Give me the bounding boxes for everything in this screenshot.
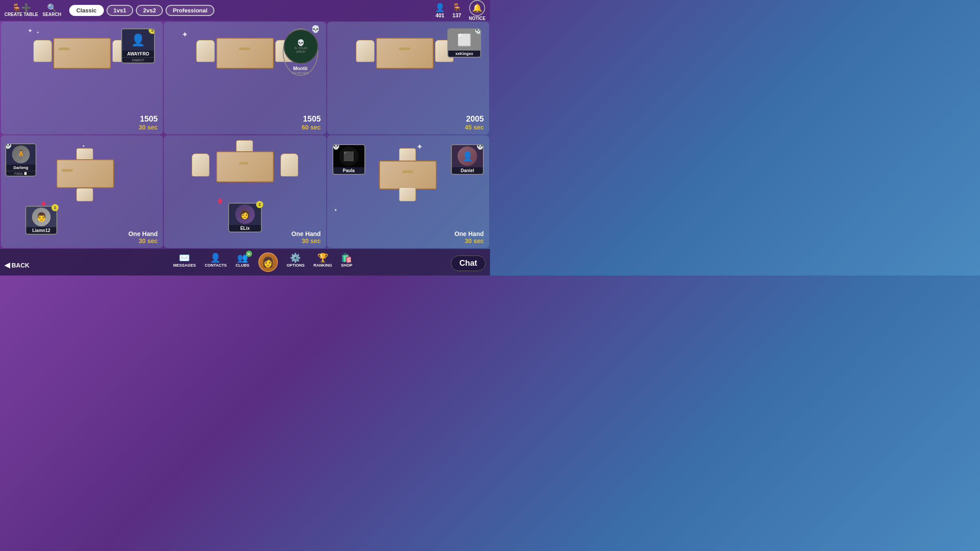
nav-avatar-center[interactable]: 👩	[258, 252, 278, 272]
player-badge-elix: 2 👩 ELix	[228, 203, 262, 232]
xxkingxx-name: xxKingxx	[448, 51, 480, 57]
nav-ranking[interactable]: 🏆 RANKING	[313, 252, 332, 272]
search-button[interactable]: 🔍 SEARCH	[43, 4, 61, 17]
montii-circle: 💀 IN YOURAREA!	[284, 29, 318, 64]
score-display-4: One Hand 30 sec	[128, 230, 158, 244]
header-right: 👤 401 🪑 137 🔔 NOTICE	[435, 0, 486, 21]
score-display-2: 1505 60 sec	[302, 114, 321, 131]
skull-icon-3: 💀	[474, 28, 481, 34]
mode-professional[interactable]: Professional	[166, 5, 214, 16]
game-card-5[interactable]: ♦ 2 👩 ELix One Hand 30 sec	[164, 135, 326, 248]
nav-options[interactable]: ⚙️ OPTIONS	[287, 252, 305, 272]
sparkle-6: ✦	[82, 144, 85, 148]
card-chip-3	[399, 47, 410, 50]
nav-items: ✉️ MESSAGES 👤 CONTACTS 👥 N CLUBS 👩 ⚙️ OP…	[173, 252, 352, 272]
darleng-name: Darleng	[6, 165, 36, 171]
search-icon: 🔍	[47, 4, 57, 12]
sparkle-3: ✦	[182, 30, 188, 39]
mode-2vs2[interactable]: 2vs2	[136, 5, 163, 16]
score-display-5: One Hand 30 sec	[292, 230, 321, 244]
mode-1vs1[interactable]: 1vs1	[107, 5, 134, 16]
table-scene-2	[196, 31, 294, 80]
card-chip-2	[239, 47, 250, 50]
player-badge-liamn12: 1 👨 Liamn12	[25, 206, 57, 235]
back-button[interactable]: ◀ BACK	[4, 261, 29, 269]
skull-icon-2: 💀	[311, 25, 320, 33]
chair-right-5	[281, 153, 298, 177]
liamn-num-badge: 1	[51, 204, 59, 211]
daniel-name: Daniel	[452, 167, 483, 174]
nav-clubs[interactable]: 👥 N CLUBS	[236, 252, 249, 272]
contacts-icon: 👤	[210, 252, 221, 263]
messages-icon: ✉️	[179, 252, 190, 263]
montii-inner: 💀 IN YOURAREA!	[294, 39, 307, 54]
tables-icon: 🪑	[452, 3, 462, 12]
nav-contacts[interactable]: 👤 CONTACTS	[205, 252, 226, 272]
score-display-1: 1505 30 sec	[139, 114, 158, 131]
player-badge-montii: 💀 💀 IN YOURAREA! Montii OT4EVER	[283, 28, 318, 76]
create-table-button[interactable]: 🪑➕ CREATE TABLE	[4, 4, 38, 17]
friends-icon: 👤	[435, 3, 445, 12]
chair-left-2	[196, 40, 215, 62]
game-card-3[interactable]: ✦ ✦ 💀 ⬜ xxKingxx 2005 45 sec	[327, 22, 489, 134]
ranking-icon: 🏆	[317, 252, 328, 263]
game-card-4[interactable]: ✦ ♦ 💀 🧍 Darleng FSDA 📋 1	[1, 135, 163, 248]
game-card-6[interactable]: ✦ ✦ 💀 ⬛ Paula 💀 👤 Daniel	[327, 135, 489, 248]
player-badge-xxkingxx: 💀 ⬜ xxKingxx	[447, 28, 481, 58]
player-tag-1: DABEST	[122, 57, 154, 63]
table-scene-4	[36, 148, 134, 201]
game-mode-buttons: Classic 1vs1 2vs2 Professional	[69, 5, 214, 16]
diamond-icon-5: ♦	[217, 194, 223, 208]
create-table-icon: 🪑➕	[12, 4, 31, 12]
table-scene-6	[359, 148, 457, 201]
back-arrow-icon: ◀	[4, 261, 10, 269]
notice-icon: 🔔	[469, 0, 485, 16]
game-grid: ✦ ✦ 💀 2 👤 AWAYFRO DABEST 1505 30 sec ✦	[0, 21, 490, 249]
montii-tag: OT4EVER	[284, 71, 317, 75]
elix-name: ELix	[229, 225, 261, 232]
table-1	[53, 38, 111, 69]
nav-shop[interactable]: 🛍️ SHOP	[341, 252, 352, 272]
score-display-6: One Hand 30 sec	[454, 230, 484, 244]
options-icon: ⚙️	[290, 252, 301, 263]
clubs-notification: N	[246, 251, 252, 257]
player-badge-darleng: 💀 🧍 Darleng FSDA 📋	[5, 143, 36, 177]
skull-icon-daniel: 💀	[476, 144, 484, 150]
tables-stat[interactable]: 🪑 137	[452, 3, 462, 19]
bottom-nav: ◀ BACK ✉️ MESSAGES 👤 CONTACTS 👥 N CLUBS …	[0, 249, 490, 276]
table-4	[56, 159, 114, 188]
skull-icon-darleng: 💀	[5, 143, 12, 149]
montii-name: Montii	[284, 66, 317, 71]
table-3	[376, 38, 434, 69]
table-scene-5	[192, 140, 298, 198]
friends-stat[interactable]: 👤 401	[435, 3, 445, 19]
paula-name: Paula	[333, 167, 364, 174]
nav-messages[interactable]: ✉️ MESSAGES	[173, 252, 196, 272]
shop-icon: 🛍️	[341, 252, 352, 263]
table-6	[379, 161, 437, 189]
player-badge-awayfro: 💀 2 👤 AWAYFRO DABEST	[121, 28, 155, 63]
table-2	[216, 38, 274, 69]
table-scene-1	[33, 31, 131, 80]
game-card-2[interactable]: ✦ 💀 💀 IN YOURAREA! Montii OT4EVER 1505 6…	[164, 22, 326, 134]
chair-left-1	[33, 40, 52, 62]
sparkle-1: ✦	[28, 27, 33, 34]
skull-icon-paula: 💀	[332, 144, 340, 150]
player-badge-paula: 💀 ⬛ Paula	[332, 144, 365, 175]
number-badge-1: 2	[149, 28, 155, 34]
notice-button[interactable]: 🔔 NOTICE	[469, 0, 486, 21]
card-chip-4	[62, 169, 73, 172]
header: 🪑➕ CREATE TABLE 🔍 SEARCH Classic 1vs1 2v…	[0, 0, 490, 21]
liamn-name: Liamn12	[26, 227, 56, 234]
card-chip-1	[59, 47, 70, 50]
mode-classic[interactable]: Classic	[69, 5, 104, 16]
chat-button[interactable]: Chat	[451, 256, 486, 271]
game-card-1[interactable]: ✦ ✦ 💀 2 👤 AWAYFRO DABEST 1505 30 sec	[1, 22, 163, 134]
elix-num-badge: 2	[256, 201, 263, 208]
chair-left-5	[192, 153, 209, 177]
chair-bottom-4	[76, 188, 93, 201]
chair-bottom-6	[399, 187, 416, 201]
table-5	[216, 151, 274, 182]
score-display-3: 2005 45 sec	[465, 114, 484, 131]
card-chip-5	[239, 162, 248, 165]
